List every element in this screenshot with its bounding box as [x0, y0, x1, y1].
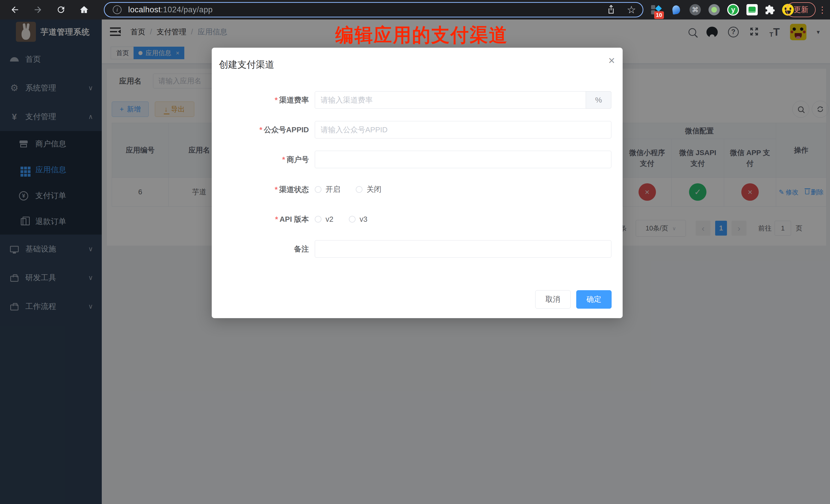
site-info-icon[interactable]: i [113, 5, 122, 14]
remark-input[interactable] [315, 240, 611, 258]
radio-status-open[interactable]: 开启 [315, 184, 341, 195]
channel-rate-input[interactable] [315, 91, 611, 109]
radio-circle-icon [315, 186, 321, 193]
extension-command-icon[interactable]: ⌘ [687, 0, 703, 20]
cancel-button[interactable]: 取消 [535, 290, 571, 309]
official-appid-input[interactable] [315, 121, 611, 138]
browser-update-button[interactable]: 更新 [787, 2, 816, 17]
browser-back-button[interactable] [7, 0, 23, 20]
browser-forward-button[interactable] [30, 0, 45, 20]
extension-badge: 10 [654, 11, 664, 19]
extension-chat-icon[interactable] [744, 0, 760, 20]
annotation-text: 编辑应用的支付渠道 [335, 23, 508, 48]
radio-api-v3[interactable]: v3 [349, 215, 368, 224]
field-merchant-id: *商户号 [212, 151, 622, 168]
dialog-title: 创建支付渠道 [219, 58, 274, 71]
merchant-id-input[interactable] [315, 151, 611, 168]
required-mark: * [259, 126, 262, 134]
field-channel-rate: *渠道费率 % [212, 91, 622, 109]
radio-status-closed[interactable]: 关闭 [356, 184, 381, 195]
extension-y-icon[interactable]: y [725, 0, 741, 20]
radio-api-v2[interactable]: v2 [315, 215, 333, 224]
radio-circle-icon [349, 216, 355, 222]
browser-reload-button[interactable] [53, 0, 69, 20]
extension-tabs-icon[interactable]: 10 [648, 0, 664, 20]
extensions-puzzle-icon[interactable] [762, 0, 778, 20]
browser-home-button[interactable] [76, 0, 92, 20]
percent-suffix: % [586, 91, 611, 109]
dialog-close-icon[interactable]: × [608, 55, 615, 66]
browser-toolbar: i localhost:1024/pay/app ☆ 10 ⌘ y 更新 ⋮ [0, 0, 830, 20]
create-pay-channel-dialog: 创建支付渠道 × *渠道费率 % *公众号APPID *商户号 *渠道状态 开启… [212, 48, 622, 318]
url-bar[interactable]: i localhost:1024/pay/app ☆ [104, 2, 643, 18]
url-text: localhost:1024/pay/app [128, 5, 213, 14]
field-channel-status: *渠道状态 开启 关闭 [212, 181, 622, 198]
bookmark-star-icon[interactable]: ☆ [627, 4, 636, 15]
radio-circle-icon [315, 216, 321, 222]
radio-circle-icon [356, 186, 362, 193]
required-mark: * [282, 155, 285, 163]
confirm-button[interactable]: 确定 [576, 290, 612, 309]
required-mark: * [275, 96, 278, 104]
extension-balloon-icon[interactable] [668, 0, 684, 20]
browser-menu-icon[interactable]: ⋮ [817, 0, 827, 20]
share-icon[interactable] [607, 4, 615, 15]
field-remark: 备注 [212, 240, 622, 258]
field-api-version: *API 版本 v2 v3 [212, 211, 622, 228]
required-mark: * [275, 185, 278, 194]
required-mark: * [275, 215, 278, 223]
field-official-appid: *公众号APPID [212, 121, 622, 138]
extension-recorder-icon[interactable] [706, 0, 722, 20]
